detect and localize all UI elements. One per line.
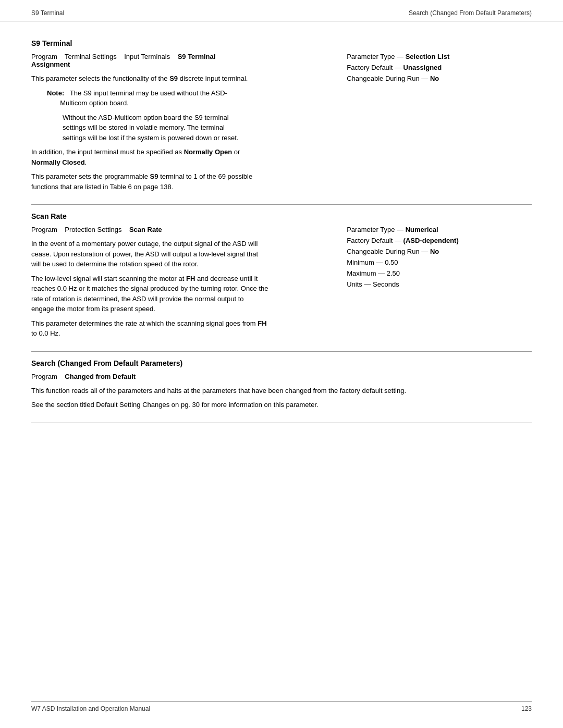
s9-terminal-right: Parameter Type — Selection List Factory … <box>341 53 532 196</box>
s9-body2: In addition, the input terminal must be … <box>31 147 331 167</box>
search-body1: This function reads all of the parameter… <box>31 386 532 396</box>
scan-minimum-value: 0.50 <box>385 258 398 266</box>
s9-indent: Without the ASD-Multicom option board th… <box>63 113 331 143</box>
scan-units: Units — Seconds <box>347 280 532 288</box>
page-container: S9 Terminal Search (Changed From Default… <box>0 0 563 728</box>
scan-param-type-value: Numerical <box>406 226 438 233</box>
search-changed-title: Search (Changed From Default Parameters) <box>31 359 532 367</box>
main-content: S9 Terminal Program Terminal Settings In… <box>0 21 563 465</box>
page-footer: W7 ASD Installation and Operation Manual… <box>31 701 532 712</box>
scan-body1: In the event of a momentary power outage… <box>31 239 331 269</box>
s9-body3: This parameter sets the programmable S9 … <box>31 171 331 192</box>
scan-factory-label: Factory Default — <box>347 237 401 244</box>
scan-units-value: Seconds <box>373 280 399 288</box>
s9-breadcrumb-bold2: Assignment <box>31 60 70 68</box>
scan-body2: The low-level signal will start scanning… <box>31 274 331 314</box>
s9-factory-label: Factory Default — <box>347 64 401 71</box>
footer-right: 123 <box>521 705 532 712</box>
header-left: S9 Terminal <box>31 9 64 17</box>
s9-terminal-title: S9 Terminal <box>31 39 532 47</box>
scan-changeable-label: Changeable During Run — <box>347 248 428 255</box>
section-scan-rate: Scan Rate Program Protection Settings Sc… <box>31 212 532 352</box>
scan-maximum: Maximum — 2.50 <box>347 269 532 277</box>
s9-breadcrumb-middle2: Input Terminals <box>124 53 170 60</box>
scan-changeable: Changeable During Run — No <box>347 248 532 255</box>
section-s9-terminal: S9 Terminal Program Terminal Settings In… <box>31 39 532 205</box>
s9-changeable: Changeable During Run — No <box>347 75 532 82</box>
scan-param-type: Parameter Type — Numerical <box>347 226 532 233</box>
section-search-changed: Search (Changed From Default Parameters)… <box>31 359 532 423</box>
scan-maximum-value: 2.50 <box>387 269 400 277</box>
search-body2: See the section titled Default Setting C… <box>31 400 532 410</box>
scan-rate-breadcrumb: Program Protection Settings Scan Rate <box>31 226 331 233</box>
s9-note-text: The S9 input terminal may be used withou… <box>47 89 227 107</box>
scan-maximum-label: Maximum — <box>347 269 385 277</box>
s9-note: Note: The S9 input terminal may be used … <box>47 88 331 108</box>
scan-rate-left: Program Protection Settings Scan Rate In… <box>31 226 331 343</box>
s9-factory-default: Factory Default — Unassigned <box>347 64 532 71</box>
scan-breadcrumb-plain: Program <box>31 226 57 233</box>
s9-param-type-value: Selection List <box>406 53 450 60</box>
scan-rate-right: Parameter Type — Numerical Factory Defau… <box>341 226 532 343</box>
s9-terminal-body: Program Terminal Settings Input Terminal… <box>31 53 532 196</box>
scan-changeable-value: No <box>430 248 439 255</box>
search-breadcrumb-plain: Program <box>31 373 57 380</box>
scan-breadcrumb-middle: Protection Settings <box>65 226 121 233</box>
scan-breadcrumb-bold: Scan Rate <box>129 226 162 233</box>
s9-terminal-left: Program Terminal Settings Input Terminal… <box>31 53 331 196</box>
s9-note-label: Note: <box>47 89 64 97</box>
s9-breadcrumb-bold: S9 Terminal <box>178 53 216 60</box>
scan-body3: This parameter determines the rate at wh… <box>31 318 331 339</box>
page-header: S9 Terminal Search (Changed From Default… <box>0 0 563 21</box>
header-right: Search (Changed From Default Parameters) <box>409 9 532 17</box>
s9-body1: This parameter selects the functionality… <box>31 73 331 84</box>
scan-factory-value: (ASD-dependent) <box>403 237 459 244</box>
scan-minimum-label: Minimum — <box>347 258 383 266</box>
search-breadcrumb: Program Changed from Default <box>31 373 532 380</box>
footer-left: W7 ASD Installation and Operation Manual <box>31 705 150 712</box>
scan-factory-default: Factory Default — (ASD-dependent) <box>347 237 532 244</box>
scan-rate-body: Program Protection Settings Scan Rate In… <box>31 226 532 343</box>
s9-breadcrumb-plain: Program <box>31 53 57 60</box>
s9-breadcrumb-middle: Terminal Settings <box>65 53 117 60</box>
search-changed-body: Program Changed from Default This functi… <box>31 373 532 410</box>
s9-factory-value: Unassigned <box>403 64 442 71</box>
s9-param-type-label: Parameter Type — <box>347 53 403 60</box>
s9-terminal-breadcrumb: Program Terminal Settings Input Terminal… <box>31 53 331 68</box>
scan-units-label: Units — <box>347 280 371 288</box>
scan-rate-title: Scan Rate <box>31 212 532 220</box>
s9-param-type: Parameter Type — Selection List <box>347 53 532 60</box>
s9-changeable-label: Changeable During Run — <box>347 75 428 82</box>
scan-param-type-label: Parameter Type — <box>347 226 403 233</box>
search-breadcrumb-bold: Changed from Default <box>65 373 136 380</box>
s9-changeable-value: No <box>430 75 439 82</box>
scan-minimum: Minimum — 0.50 <box>347 258 532 266</box>
